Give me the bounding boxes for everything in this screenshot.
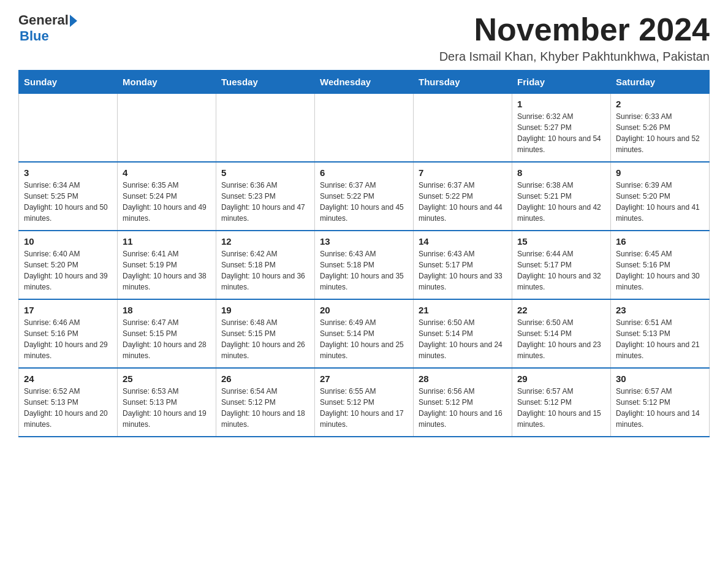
calendar-cell: 4Sunrise: 6:35 AMSunset: 5:24 PMDaylight… [118,162,216,231]
day-info: Sunrise: 6:42 AMSunset: 5:18 PMDaylight:… [221,248,309,293]
calendar-cell: 26Sunrise: 6:54 AMSunset: 5:12 PMDayligh… [216,368,315,437]
title-area: November 2024 Dera Ismail Khan, Khyber P… [439,12,710,64]
calendar-week-row: 10Sunrise: 6:40 AMSunset: 5:20 PMDayligh… [19,231,710,299]
day-number: 28 [419,373,507,384]
day-number: 11 [123,236,211,247]
day-info: Sunrise: 6:40 AMSunset: 5:20 PMDaylight:… [24,248,112,293]
day-info: Sunrise: 6:43 AMSunset: 5:17 PMDaylight:… [419,248,507,293]
calendar-cell: 15Sunrise: 6:44 AMSunset: 5:17 PMDayligh… [512,231,611,299]
day-info: Sunrise: 6:57 AMSunset: 5:12 PMDaylight:… [517,386,605,430]
day-number: 5 [221,167,309,178]
day-number: 20 [320,305,408,315]
calendar-cell: 3Sunrise: 6:34 AMSunset: 5:25 PMDaylight… [19,162,118,231]
day-info: Sunrise: 6:37 AMSunset: 5:22 PMDaylight:… [419,180,507,224]
day-info: Sunrise: 6:38 AMSunset: 5:21 PMDaylight:… [517,180,605,224]
logo-arrow-icon [70,15,77,27]
day-info: Sunrise: 6:39 AMSunset: 5:20 PMDaylight:… [616,180,704,224]
day-info: Sunrise: 6:50 AMSunset: 5:14 PMDaylight:… [419,317,507,361]
calendar-week-row: 3Sunrise: 6:34 AMSunset: 5:25 PMDaylight… [19,162,710,231]
calendar-cell: 10Sunrise: 6:40 AMSunset: 5:20 PMDayligh… [19,231,118,299]
calendar-cell: 1Sunrise: 6:32 AMSunset: 5:27 PMDaylight… [512,94,611,163]
calendar-cell: 6Sunrise: 6:37 AMSunset: 5:22 PMDaylight… [315,162,414,231]
day-number: 18 [123,305,211,315]
calendar-cell: 29Sunrise: 6:57 AMSunset: 5:12 PMDayligh… [512,368,611,437]
calendar-cell: 25Sunrise: 6:53 AMSunset: 5:13 PMDayligh… [118,368,216,437]
calendar-cell: 14Sunrise: 6:43 AMSunset: 5:17 PMDayligh… [414,231,512,299]
day-number: 16 [616,236,704,247]
day-number: 24 [24,373,112,384]
day-number: 26 [221,373,309,384]
day-number: 14 [419,236,507,247]
calendar-cell: 30Sunrise: 6:57 AMSunset: 5:12 PMDayligh… [611,368,710,437]
day-info: Sunrise: 6:36 AMSunset: 5:23 PMDaylight:… [221,180,309,224]
location-subtitle: Dera Ismail Khan, Khyber Pakhtunkhwa, Pa… [439,50,710,64]
day-info: Sunrise: 6:52 AMSunset: 5:13 PMDaylight:… [24,386,112,430]
calendar-week-row: 17Sunrise: 6:46 AMSunset: 5:16 PMDayligh… [19,299,710,368]
day-number: 6 [320,167,408,178]
logo: General Blue [18,12,77,44]
day-info: Sunrise: 6:57 AMSunset: 5:12 PMDaylight:… [616,386,704,430]
logo-blue: Blue [20,28,49,44]
day-number: 9 [616,167,704,178]
day-info: Sunrise: 6:53 AMSunset: 5:13 PMDaylight:… [123,386,211,430]
page-header: General Blue November 2024 Dera Ismail K… [18,12,710,64]
day-info: Sunrise: 6:55 AMSunset: 5:12 PMDaylight:… [320,386,408,430]
calendar-cell: 21Sunrise: 6:50 AMSunset: 5:14 PMDayligh… [414,299,512,368]
calendar-cell [19,94,118,163]
calendar-week-row: 24Sunrise: 6:52 AMSunset: 5:13 PMDayligh… [19,368,710,437]
weekday-header-saturday: Saturday [611,71,710,94]
day-info: Sunrise: 6:54 AMSunset: 5:12 PMDaylight:… [221,386,309,430]
calendar-cell: 16Sunrise: 6:45 AMSunset: 5:16 PMDayligh… [611,231,710,299]
day-info: Sunrise: 6:41 AMSunset: 5:19 PMDaylight:… [123,248,211,293]
day-number: 12 [221,236,309,247]
calendar-cell: 12Sunrise: 6:42 AMSunset: 5:18 PMDayligh… [216,231,315,299]
calendar-cell: 23Sunrise: 6:51 AMSunset: 5:13 PMDayligh… [611,299,710,368]
weekday-header-tuesday: Tuesday [216,71,315,94]
day-info: Sunrise: 6:35 AMSunset: 5:24 PMDaylight:… [123,180,211,224]
calendar-table: SundayMondayTuesdayWednesdayThursdayFrid… [18,70,710,437]
calendar-cell: 13Sunrise: 6:43 AMSunset: 5:18 PMDayligh… [315,231,414,299]
day-number: 22 [517,305,605,315]
day-number: 27 [320,373,408,384]
calendar-cell [118,94,216,163]
day-info: Sunrise: 6:50 AMSunset: 5:14 PMDaylight:… [517,317,605,361]
day-number: 4 [123,167,211,178]
day-info: Sunrise: 6:32 AMSunset: 5:27 PMDaylight:… [517,111,605,155]
calendar-cell: 24Sunrise: 6:52 AMSunset: 5:13 PMDayligh… [19,368,118,437]
logo-general: General [18,12,69,28]
calendar-cell: 5Sunrise: 6:36 AMSunset: 5:23 PMDaylight… [216,162,315,231]
weekday-header-sunday: Sunday [19,71,118,94]
day-info: Sunrise: 6:47 AMSunset: 5:15 PMDaylight:… [123,317,211,361]
day-number: 10 [24,236,112,247]
calendar-week-row: 1Sunrise: 6:32 AMSunset: 5:27 PMDaylight… [19,94,710,163]
day-info: Sunrise: 6:43 AMSunset: 5:18 PMDaylight:… [320,248,408,293]
day-info: Sunrise: 6:37 AMSunset: 5:22 PMDaylight:… [320,180,408,224]
calendar-cell: 2Sunrise: 6:33 AMSunset: 5:26 PMDaylight… [611,94,710,163]
month-year-title: November 2024 [439,12,710,47]
day-number: 17 [24,305,112,315]
day-number: 21 [419,305,507,315]
calendar-cell: 28Sunrise: 6:56 AMSunset: 5:12 PMDayligh… [414,368,512,437]
day-number: 13 [320,236,408,247]
day-info: Sunrise: 6:33 AMSunset: 5:26 PMDaylight:… [616,111,704,155]
calendar-cell [216,94,315,163]
day-number: 8 [517,167,605,178]
weekday-header-wednesday: Wednesday [315,71,414,94]
calendar-cell: 17Sunrise: 6:46 AMSunset: 5:16 PMDayligh… [19,299,118,368]
day-number: 15 [517,236,605,247]
calendar-cell: 7Sunrise: 6:37 AMSunset: 5:22 PMDaylight… [414,162,512,231]
weekday-header-friday: Friday [512,71,611,94]
day-number: 29 [517,373,605,384]
day-info: Sunrise: 6:51 AMSunset: 5:13 PMDaylight:… [616,317,704,361]
day-info: Sunrise: 6:44 AMSunset: 5:17 PMDaylight:… [517,248,605,293]
calendar-cell: 19Sunrise: 6:48 AMSunset: 5:15 PMDayligh… [216,299,315,368]
day-number: 25 [123,373,211,384]
day-number: 19 [221,305,309,315]
calendar-cell: 18Sunrise: 6:47 AMSunset: 5:15 PMDayligh… [118,299,216,368]
day-info: Sunrise: 6:48 AMSunset: 5:15 PMDaylight:… [221,317,309,361]
calendar-cell [315,94,414,163]
day-number: 23 [616,305,704,315]
day-info: Sunrise: 6:45 AMSunset: 5:16 PMDaylight:… [616,248,704,293]
weekday-header-monday: Monday [118,71,216,94]
calendar-cell: 11Sunrise: 6:41 AMSunset: 5:19 PMDayligh… [118,231,216,299]
